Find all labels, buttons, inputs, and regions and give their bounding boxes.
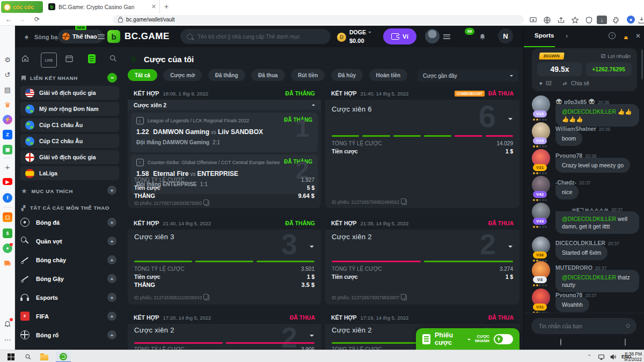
new-tab-button[interactable]: + xyxy=(164,2,169,11)
sidebar-item-tennis[interactable]: Quần vợt xyxy=(20,237,119,246)
collapse-quick-links-button[interactable]: − xyxy=(107,73,117,83)
sidebar-item-fifa[interactable]: F FIFA xyxy=(20,312,119,321)
url-bar[interactable]: bc.game/wallet/vault xyxy=(113,15,524,24)
expand-basketball-button[interactable]: + xyxy=(107,330,116,339)
facebook-icon[interactable]: f xyxy=(3,193,12,203)
bcgame-logo-icon[interactable]: b xyxy=(107,30,120,43)
download-active-button[interactable]: ↓ xyxy=(597,16,607,24)
downloads-tray-icon[interactable] xyxy=(638,16,644,24)
info-icon[interactable]: ! xyxy=(609,32,616,39)
game-search[interactable] xyxy=(180,29,331,44)
filter-all[interactable]: Tất cả xyxy=(128,69,157,81)
chat-input[interactable] xyxy=(531,318,636,334)
strip-bell-icon[interactable] xyxy=(3,319,12,328)
gif-icon[interactable] xyxy=(625,339,626,345)
share-label[interactable]: Chia sẻ xyxy=(571,80,589,86)
sidebar-search-icon[interactable] xyxy=(107,53,119,64)
sidebar-item-soccer[interactable]: Bóng đá xyxy=(20,218,119,227)
file-explorer-icon[interactable] xyxy=(40,352,48,361)
shop-icon[interactable]: ▢ xyxy=(3,212,12,222)
translate-icon[interactable] xyxy=(543,16,551,24)
sports-mode-pill[interactable]: Thể thao xyxy=(58,29,104,43)
my-bets-icon[interactable] xyxy=(86,53,98,64)
strip-more-icon[interactable]: ⋯ xyxy=(3,335,12,344)
favorites-header[interactable]: ★ MỤC ƯA THÍCH xyxy=(21,188,73,195)
sidebar-item-championship[interactable]: Giải vô địch quốc gia xyxy=(20,150,119,164)
chat-scrollbar[interactable] xyxy=(641,49,643,79)
home-icon[interactable] xyxy=(19,53,31,64)
expand-baseball-button[interactable]: + xyxy=(107,255,116,264)
filter-open[interactable]: Cược mở xyxy=(163,69,202,81)
copy-icon[interactable] xyxy=(402,200,407,205)
messenger-icon[interactable]: ⚡ xyxy=(3,115,12,124)
network-icon[interactable] xyxy=(597,352,605,361)
notifications-bell-icon[interactable] xyxy=(479,32,486,42)
share-icon[interactable] xyxy=(557,16,565,24)
crown-icon[interactable]: ♛ xyxy=(3,100,12,109)
expand-tennis-button[interactable]: + xyxy=(107,237,116,246)
game-search-input[interactable] xyxy=(196,33,324,40)
sidebar-item-league[interactable]: Giải vô địch quốc gia xyxy=(20,86,119,100)
expand-esports-button[interactable]: + xyxy=(107,293,116,302)
user-avatar[interactable] xyxy=(425,29,440,43)
back-icon[interactable]: ← xyxy=(5,16,12,23)
sort-dropdown[interactable]: Cược gần đây xyxy=(418,70,518,82)
settings-icon[interactable]: ⚙ xyxy=(3,55,12,64)
youtube-icon[interactable]: ▶ xyxy=(3,178,12,185)
cart-icon[interactable]: ⛟ xyxy=(3,258,12,268)
live-tab[interactable]: LIVE xyxy=(41,53,57,68)
coccoc-taskbar-icon[interactable] xyxy=(56,351,71,361)
bet-card[interactable]: KẾT HỢP 21:40, 14 thg 5, 2022 COMBOBOOST… xyxy=(325,87,519,208)
bcgame-logo-text[interactable]: BC.GAME xyxy=(125,31,170,42)
history-icon[interactable]: ↺ xyxy=(3,70,12,79)
browser-tab[interactable]: b BC.Game: Crypto Casino Gan ✕ xyxy=(45,0,160,13)
copy-icon[interactable] xyxy=(204,295,209,300)
expand-cricket-button[interactable]: + xyxy=(107,274,116,283)
bet-card[interactable]: KẾT HỢP 18:08, 1 thg 9, 2022 ĐÃ THẮNG Cư… xyxy=(128,87,321,208)
feed-icon[interactable]: ▤ xyxy=(3,85,12,94)
filter-cashout[interactable]: Rút tiền xyxy=(291,69,325,81)
add-favorite-button[interactable]: + xyxy=(107,186,116,195)
sidebar-item-baseball[interactable]: Bóng chày xyxy=(20,255,119,264)
emoji-icon[interactable]: ☺ xyxy=(625,322,631,329)
games-icon[interactable]: ▣ xyxy=(3,145,12,154)
browser-profile-icon[interactable]: ● xyxy=(627,16,635,24)
save-page-icon[interactable] xyxy=(529,16,537,24)
tab-sports[interactable]: Sports xyxy=(535,32,554,39)
bet-card[interactable]: KẾT HỢP 21:39, 14 thg 5, 2022 ĐÃ THUA 2 … xyxy=(325,217,519,305)
copy-icon[interactable] xyxy=(402,295,407,300)
bookmark-star-icon[interactable] xyxy=(571,16,579,24)
heart-icon[interactable]: ♥ xyxy=(539,80,543,86)
rewards-icon[interactable]: $ xyxy=(3,228,12,238)
extensions-icon[interactable] xyxy=(612,16,620,24)
chevron-right-icon[interactable]: › xyxy=(566,32,568,40)
volume-icon[interactable] xyxy=(609,352,617,361)
sidebar-item-usopen[interactable]: Mỹ mở rộng Đơn Nam xyxy=(20,102,119,116)
expand-icon[interactable] xyxy=(310,246,314,250)
close-panel-icon[interactable]: ✕ xyxy=(635,32,641,40)
casino-mode-label[interactable]: Sòng bạc xyxy=(34,34,61,40)
coin-drop-icon[interactable] xyxy=(560,339,561,345)
reload-icon[interactable]: ⟳ xyxy=(34,16,40,23)
big-win-card[interactable]: BIGWIN ⚂Lợi nhuận 49.5x +1262.76295 ♥ 02… xyxy=(532,48,637,91)
taskbar-search-icon[interactable] xyxy=(24,352,32,361)
sports-provider-icon[interactable]: N xyxy=(498,28,513,43)
tray-expand-icon[interactable]: ⌃ xyxy=(585,352,594,361)
coccoc-brand-button[interactable]: cốc cốc xyxy=(1,1,43,13)
betslip-button[interactable]: Phiếu cược CƯỢCNHANH xyxy=(416,328,519,350)
filter-refund[interactable]: Hoàn tiền xyxy=(369,69,408,81)
chat-app-icon[interactable]: ● xyxy=(3,243,12,253)
zalo-icon[interactable]: Z xyxy=(3,130,12,139)
start-button[interactable] xyxy=(6,352,15,361)
sidebar-item-laliga[interactable]: LaLiga xyxy=(20,166,119,180)
sidebar-item-cricket[interactable]: Bóng Gậy xyxy=(20,274,119,283)
expand-icon[interactable] xyxy=(310,335,314,339)
bet-card[interactable]: KẾT HỢP 21:40, 14 thg 5, 2022 ĐÃ THẮNG 3… xyxy=(128,217,321,305)
expand-fifa-button[interactable]: + xyxy=(107,312,116,321)
schedule-icon[interactable] xyxy=(63,53,75,64)
expand-icon[interactable] xyxy=(508,246,513,250)
sidebar-item-ucl[interactable]: Cúp C1 châu Âu xyxy=(20,118,119,132)
sidebar-item-basketball[interactable]: Bóng rổ xyxy=(20,330,119,339)
expand-soccer-button[interactable]: + xyxy=(107,218,116,227)
bet-card[interactable]: KẾT HỢP 17:20, 14 thg 5, 2022 ĐÃ THUA 2 … xyxy=(128,311,321,350)
